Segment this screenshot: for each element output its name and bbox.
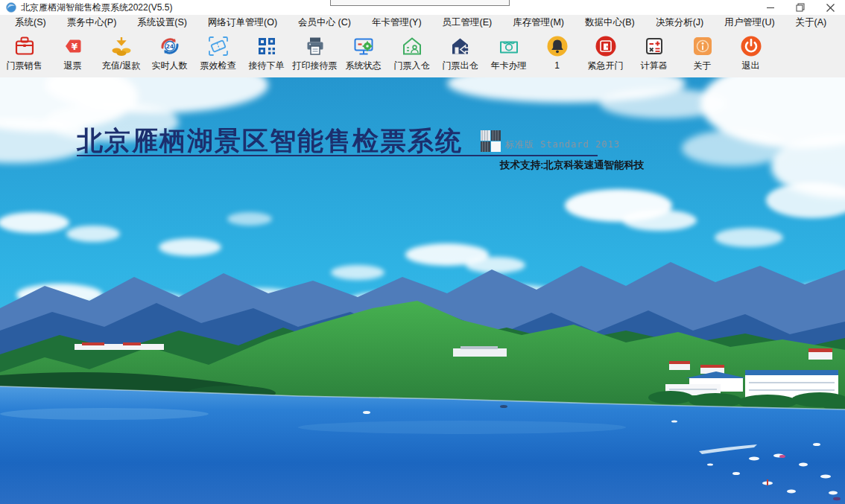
menu-online-orders[interactable]: 网络订单管理(O) xyxy=(197,16,288,29)
tool-label: 充值/退款 xyxy=(102,61,140,70)
annual-card-icon xyxy=(497,34,521,58)
tool-ticket-inbound[interactable]: 门票入仓 xyxy=(389,34,434,70)
tool-label: 门票入仓 xyxy=(394,61,430,70)
tool-about[interactable]: 关于 xyxy=(680,34,725,70)
tool-label: 票效检查 xyxy=(200,61,236,70)
tool-label: 1 xyxy=(554,61,560,70)
menu-annual-card[interactable]: 年卡管理(Y) xyxy=(361,16,432,29)
menu-about[interactable]: 关于(A) xyxy=(785,16,838,29)
restore-button[interactable] xyxy=(785,0,815,15)
tool-print-reception-ticket[interactable]: 打印接待票 xyxy=(292,34,338,70)
menu-system[interactable]: 系统(S) xyxy=(4,16,57,29)
tool-annual-card-service[interactable]: 年卡办理 xyxy=(486,34,531,70)
power-icon xyxy=(739,34,763,58)
menu-analytics[interactable]: 决策分析(J) xyxy=(645,16,715,29)
tool-label: 年卡办理 xyxy=(491,61,527,70)
minimize-button[interactable] xyxy=(756,0,785,15)
tool-recharge-refund[interactable]: 充值/退款 xyxy=(98,34,144,70)
pixel-blocks-logo-icon xyxy=(481,130,501,156)
close-button[interactable] xyxy=(815,0,845,15)
hero-edition-label: 标准版 Standard 2013 xyxy=(505,138,620,151)
tool-ticket-sales[interactable]: 门票销售 xyxy=(1,34,47,70)
tool-label: 紧急开门 xyxy=(588,61,624,70)
tool-calculator[interactable]: 计算器 xyxy=(631,34,677,70)
tool-label: 打印接待票 xyxy=(293,61,338,70)
monitor-gear-icon xyxy=(352,34,376,58)
calculator-icon xyxy=(642,34,666,58)
printer-icon xyxy=(303,34,327,58)
coins-refund-icon xyxy=(110,34,133,58)
window-controls xyxy=(756,0,845,15)
tool-exit[interactable]: 退出 xyxy=(728,34,773,70)
app-window: 北京雁栖湖智能售检票系统2022(V5.5) 系统(S) 票务中心(P) xyxy=(0,0,845,504)
refund-tag-icon: ¥ xyxy=(61,34,85,58)
menu-bar: 系统(S) 票务中心(P) 系统设置(S) 网络订单管理(O) 会员中心 (C)… xyxy=(0,15,845,31)
toolbar: 门票销售 ¥ 退票 充值/退款 xyxy=(0,31,845,80)
tool-label: 门票出仓 xyxy=(443,61,478,70)
tool-label: 系统状态 xyxy=(346,61,382,70)
tool-ticket-validation[interactable]: 票效检查 xyxy=(195,34,241,70)
qr-code-icon xyxy=(255,34,279,58)
tool-label: 退出 xyxy=(742,61,760,70)
menu-system-settings[interactable]: 系统设置(S) xyxy=(127,16,197,29)
app-globe-icon xyxy=(6,2,16,13)
warehouse-out-icon xyxy=(449,34,472,58)
menu-member-center[interactable]: 会员中心 (C) xyxy=(288,16,361,29)
hero-underline xyxy=(77,155,598,156)
menu-staff[interactable]: 员工管理(E) xyxy=(432,16,503,29)
title-bar: 北京雁栖湖智能售检票系统2022(V5.5) xyxy=(0,0,845,15)
tool-realtime-count[interactable]: 24 实时人数 xyxy=(147,34,192,70)
tool-refund[interactable]: ¥ 退票 xyxy=(50,34,95,70)
menu-inventory[interactable]: 库存管理(M) xyxy=(502,16,575,29)
warehouse-in-icon xyxy=(400,34,424,58)
tool-ticket-outbound[interactable]: 门票出仓 xyxy=(437,34,483,70)
tool-label: 退票 xyxy=(64,61,82,70)
tool-label: 计算器 xyxy=(641,61,668,70)
menu-users[interactable]: 用户管理(U) xyxy=(714,16,785,29)
emergency-door-icon xyxy=(594,34,618,58)
tool-emergency-open[interactable]: 紧急开门 xyxy=(583,34,628,70)
hero-title: 北京雁栖湖景区智能售检票系统 xyxy=(77,124,463,159)
about-icon xyxy=(691,34,715,58)
tool-reception-order[interactable]: 接待下单 xyxy=(244,34,289,70)
tool-system-status[interactable]: 系统状态 xyxy=(341,34,386,70)
bell-icon xyxy=(545,34,569,58)
tool-notifications[interactable]: 1 xyxy=(534,34,580,70)
tool-label: 关于 xyxy=(694,61,712,70)
tool-label: 实时人数 xyxy=(152,61,188,70)
menu-data-center[interactable]: 数据中心(B) xyxy=(575,16,645,29)
realtime-24-icon: 24 xyxy=(158,34,182,58)
tool-label: 接待下单 xyxy=(249,61,285,70)
menu-ticket-center[interactable]: 票务中心(P) xyxy=(57,16,127,29)
ticket-booth-icon xyxy=(13,34,37,58)
svg-text:24: 24 xyxy=(165,43,173,50)
tool-label: 门票销售 xyxy=(7,61,42,70)
svg-text:¥: ¥ xyxy=(71,42,77,52)
hero-photo-area: 北京雁栖湖景区智能售检票系统 标准版 Standard 2013 技术支持:北京… xyxy=(0,77,845,504)
hero-support-label: 技术支持:北京科装速通智能科技 xyxy=(500,159,645,172)
window-title: 北京雁栖湖智能售检票系统2022(V5.5) xyxy=(21,1,172,14)
ticket-scan-icon xyxy=(206,34,230,58)
cutoff-popup-box xyxy=(330,0,510,6)
